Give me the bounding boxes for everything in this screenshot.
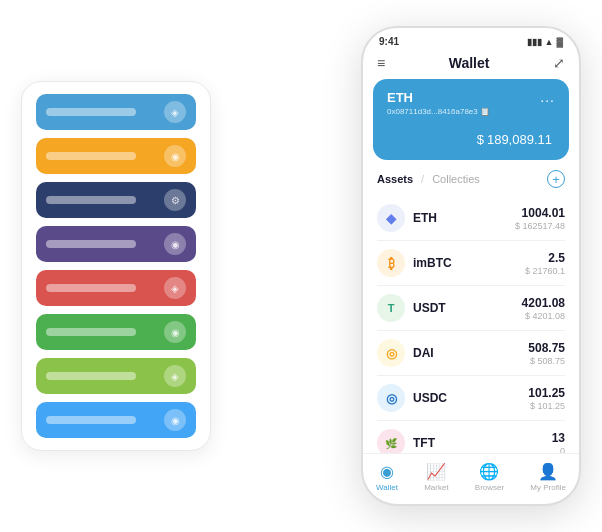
list-item[interactable]: ◈ [36,270,196,306]
profile-icon: 👤 [538,462,558,481]
card-icon: ◉ [164,409,186,431]
asset-name: DAI [413,346,434,360]
card-icon: ◉ [164,321,186,343]
usdc-icon: ◎ [377,384,405,412]
table-row[interactable]: ◎ DAI 508.75 $ 508.75 [377,331,565,376]
nav-browser[interactable]: 🌐 Browser [475,462,504,492]
battery-icon: ▓ [556,37,563,47]
asset-usd: $ 21760.1 [525,266,565,276]
list-item[interactable]: ◉ [36,226,196,262]
asset-usd: $ 4201.08 [522,311,565,321]
tab-divider: / [421,173,424,185]
card-stack: ◈ ◉ ⚙ ◉ ◈ ◉ ◈ ◉ [21,81,211,451]
eth-card-name: ETH [387,90,413,105]
table-row[interactable]: ₿ imBTC 2.5 $ 21760.1 [377,241,565,286]
asset-name: USDC [413,391,447,405]
asset-name: ETH [413,211,437,225]
card-label [46,196,136,204]
nav-profile[interactable]: 👤 My Profile [530,462,566,492]
card-label [46,416,136,424]
list-item[interactable]: ◉ [36,402,196,438]
menu-icon[interactable]: ≡ [377,55,385,71]
eth-card-header: ETH ... [387,89,555,105]
asset-value: 101.25 $ 101.25 [528,386,565,411]
list-item[interactable]: ◈ [36,94,196,130]
card-label [46,152,136,160]
list-item[interactable]: ◈ [36,358,196,394]
scene: ◈ ◉ ⚙ ◉ ◈ ◉ ◈ ◉ [21,16,581,516]
eth-balance: $189,089.11 [387,124,555,150]
list-item[interactable]: ⚙ [36,182,196,218]
asset-amount: 508.75 [528,341,565,355]
asset-name: imBTC [413,256,452,270]
card-icon: ◈ [164,365,186,387]
card-icon: ◈ [164,101,186,123]
nav-label-profile: My Profile [530,483,566,492]
wifi-icon: ▲ [545,37,554,47]
card-icon: ◉ [164,233,186,255]
status-bar: 9:41 ▮▮▮ ▲ ▓ [363,28,579,51]
eth-card-menu[interactable]: ... [540,89,555,105]
browser-icon: 🌐 [479,462,499,481]
asset-info: ◎ DAI [377,339,434,367]
signal-icon: ▮▮▮ [527,37,542,47]
eth-icon: ◆ [377,204,405,232]
usdt-icon: T [377,294,405,322]
assets-header: Assets / Collecties + [363,170,579,196]
asset-info: ◎ USDC [377,384,447,412]
tab-assets[interactable]: Assets [377,173,413,185]
tft-icon: 🌿 [377,429,405,453]
asset-usd: $ 162517.48 [515,221,565,231]
eth-address: 0x08711d3d...8416a78e3 📋 [387,107,555,116]
copy-icon[interactable]: 📋 [480,107,490,116]
table-row[interactable]: 🌿 TFT 13 0 [377,421,565,453]
asset-usd: $ 101.25 [528,401,565,411]
asset-amount: 1004.01 [515,206,565,220]
asset-amount: 2.5 [525,251,565,265]
card-icon: ⚙ [164,189,186,211]
card-icon: ◉ [164,145,186,167]
table-row[interactable]: T USDT 4201.08 $ 4201.08 [377,286,565,331]
table-row[interactable]: ◆ ETH 1004.01 $ 162517.48 [377,196,565,241]
imbtc-icon: ₿ [377,249,405,277]
asset-info: T USDT [377,294,446,322]
status-icons: ▮▮▮ ▲ ▓ [527,37,563,47]
nav-label-market: Market [424,483,448,492]
asset-name: USDT [413,301,446,315]
dai-icon: ◎ [377,339,405,367]
asset-usd: $ 508.75 [528,356,565,366]
card-label [46,372,136,380]
list-item[interactable]: ◉ [36,314,196,350]
card-icon: ◈ [164,277,186,299]
card-label [46,240,136,248]
card-label [46,284,136,292]
asset-value: 508.75 $ 508.75 [528,341,565,366]
wallet-icon: ◉ [380,462,394,481]
phone-header: ≡ Wallet ⤢ [363,51,579,79]
card-label [46,108,136,116]
card-label [46,328,136,336]
asset-value: 13 0 [552,431,565,454]
add-asset-button[interactable]: + [547,170,565,188]
asset-info: 🌿 TFT [377,429,435,453]
asset-amount: 101.25 [528,386,565,400]
nav-wallet[interactable]: ◉ Wallet [376,462,398,492]
asset-value: 2.5 $ 21760.1 [525,251,565,276]
asset-name: TFT [413,436,435,450]
asset-info: ₿ imBTC [377,249,452,277]
bottom-nav: ◉ Wallet 📈 Market 🌐 Browser 👤 My Profile [363,453,579,504]
market-icon: 📈 [426,462,446,481]
assets-tabs: Assets / Collecties [377,173,480,185]
tab-collectibles[interactable]: Collecties [432,173,480,185]
asset-value: 4201.08 $ 4201.08 [522,296,565,321]
table-row[interactable]: ◎ USDC 101.25 $ 101.25 [377,376,565,421]
nav-label-browser: Browser [475,483,504,492]
expand-icon[interactable]: ⤢ [553,55,565,71]
nav-market[interactable]: 📈 Market [424,462,448,492]
asset-amount: 13 [552,431,565,445]
eth-balance-card[interactable]: ETH ... 0x08711d3d...8416a78e3 📋 $189,08… [373,79,569,160]
list-item[interactable]: ◉ [36,138,196,174]
asset-amount: 4201.08 [522,296,565,310]
nav-label-wallet: Wallet [376,483,398,492]
asset-list: ◆ ETH 1004.01 $ 162517.48 ₿ imBTC 2.5 $ … [363,196,579,453]
